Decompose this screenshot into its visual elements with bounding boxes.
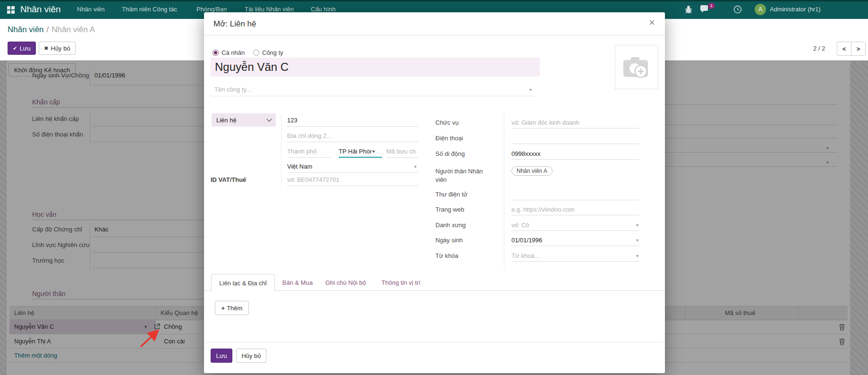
breadcrumb-current: Nhân viên A (51, 25, 95, 34)
type-individual-label: Cá nhân (221, 49, 245, 56)
chevron-down-icon[interactable]: ▾ (414, 164, 417, 169)
email-label: Thư điện tử (435, 191, 468, 198)
check-icon: ✔ (13, 45, 17, 51)
title-select[interactable]: vd: Cô ▾ (511, 219, 639, 231)
discard-button[interactable]: ✖Hủy bỏ (39, 42, 76, 55)
employee-tag[interactable]: Nhân viên A (511, 166, 553, 176)
job-placeholder: vd: Giám đốc kinh doanh (511, 119, 579, 126)
email-input[interactable] (511, 188, 639, 200)
window-top-edge (0, 0, 868, 1)
vat-label: ID VAT/Thuế (211, 176, 246, 183)
chevron-down-icon[interactable]: ▾ (636, 253, 638, 258)
apps-grid-icon[interactable] (7, 6, 15, 14)
vat-input[interactable]: vd: BE0477472701 (287, 174, 418, 186)
camera-icon (622, 55, 651, 79)
notification-badge: 1 (708, 3, 715, 9)
address-type-select[interactable]: Liên hệ (212, 113, 276, 127)
zip-placeholder: Mã bưu ch (386, 148, 416, 155)
breadcrumb-separator: / (47, 25, 49, 34)
website-placeholder: e.g. https://viindoo.com (511, 206, 575, 213)
title-placeholder: vd: Cô (511, 222, 529, 229)
type-company-label: Công ty (262, 49, 283, 56)
birthdate-label: Ngày sinh (435, 237, 463, 244)
street-input[interactable]: 123 (287, 114, 418, 127)
country-select[interactable]: Việt Nam ▾ (287, 161, 418, 173)
chevron-down-icon[interactable]: ▾ (636, 238, 638, 243)
nav-item-documents[interactable]: Tài liệu Nhân viên (245, 6, 294, 13)
chevron-down-icon[interactable]: ▾ (529, 87, 532, 92)
chevron-left-icon[interactable]: < (837, 42, 851, 56)
tags-input[interactable]: Từ khoá... ▾ (511, 250, 639, 262)
mobile-label: Số di động (435, 150, 465, 157)
phone-label: Điện thoại (435, 135, 463, 142)
app-window: Nhân viên Nhân viên Thâm niên Công tác P… (0, 0, 868, 375)
nav-item-settings[interactable]: Cấu hình (311, 6, 336, 13)
select-caret-icon (266, 116, 272, 121)
street2-placeholder: Địa chỉ dòng 2... (287, 132, 332, 139)
app-brand[interactable]: Nhân viên (20, 4, 61, 15)
modal-title: Mở: Liên hệ (213, 19, 256, 29)
title-label: Danh xưng (435, 222, 466, 229)
type-individual-option[interactable]: Cá nhân (213, 49, 245, 56)
user-menu[interactable]: Administrator (hr1) (770, 6, 821, 13)
chevron-right-icon[interactable]: > (851, 42, 866, 56)
birthdate-input[interactable]: 01/01/1996 ▾ (511, 234, 639, 246)
company-input[interactable]: Tên công ty... ▾ (211, 83, 536, 96)
city-input[interactable]: Thành phố (287, 145, 331, 158)
user-avatar[interactable]: A (755, 4, 766, 15)
job-label: Chức vụ (435, 119, 459, 126)
tab-sales-purchase[interactable]: Bán & Mua (281, 274, 314, 291)
modal-save-button[interactable]: Lưu (211, 349, 232, 363)
website-label: Trang web (435, 206, 464, 213)
add-contact-button[interactable]: +Thêm (215, 301, 249, 315)
street2-input[interactable]: Địa chỉ dòng 2... (287, 130, 418, 142)
company-placeholder: Tên công ty... (214, 86, 251, 93)
tags-label: Từ khóa (435, 252, 458, 259)
photo-upload[interactable] (615, 45, 658, 89)
tab-contacts-addresses[interactable]: Liên lạc & Địa chỉ (211, 274, 275, 292)
nav-item-departments[interactable]: Phòng/Ban (196, 6, 227, 13)
job-input[interactable]: vd: Giám đốc kinh doanh (511, 117, 639, 128)
zip-input[interactable]: Mã bưu ch (386, 145, 418, 158)
breadcrumb: Nhân viên/Nhân viên A (8, 25, 95, 34)
website-input[interactable]: e.g. https://viindoo.com (511, 204, 639, 215)
modal-discard-button[interactable]: Hủy bỏ (236, 349, 266, 363)
radio-selected-icon[interactable] (213, 50, 219, 56)
plus-icon: + (221, 305, 225, 312)
close-icon[interactable]: × (649, 18, 655, 27)
relative-employee-label: Người thân Nhân viên (435, 167, 491, 184)
city-placeholder: Thành phố (287, 148, 316, 155)
clock-icon[interactable] (733, 5, 742, 14)
radio-unselected-icon[interactable] (253, 50, 259, 56)
tags-placeholder: Từ khoá... (511, 252, 539, 259)
chevron-down-icon[interactable]: ▾ (636, 222, 638, 228)
bug-icon[interactable] (684, 5, 693, 14)
nav-item-seniority[interactable]: Thâm niên Công tác (122, 6, 177, 13)
chevron-down-icon[interactable]: ▾ (373, 149, 375, 154)
name-input[interactable]: Nguyễn Văn C (211, 58, 540, 77)
tab-internal-notes[interactable]: Ghi chú Nội bộ (323, 274, 368, 291)
contact-modal: Mở: Liên hệ × Cá nhân Công ty Nguyễn Văn… (204, 12, 665, 373)
vat-placeholder: vd: BE0477472701 (287, 176, 340, 183)
pager: < > (837, 42, 866, 56)
tab-position-info[interactable]: Thông tin vị trí (380, 274, 422, 291)
mobile-input[interactable]: 0998xxxxx (511, 148, 639, 160)
breadcrumb-parent[interactable]: Nhân viên (8, 25, 44, 34)
relative-employee-field[interactable]: Nhân viên A (511, 166, 553, 176)
phone-input[interactable] (511, 132, 639, 144)
type-company-option[interactable]: Công ty (253, 49, 283, 56)
nav-item-employees[interactable]: Nhân viên (77, 6, 105, 13)
pager-counter: 2 / 2 (813, 45, 825, 52)
x-icon: ✖ (44, 45, 48, 51)
save-button[interactable]: ✔Lưu (8, 42, 36, 55)
state-select[interactable]: TP Hải Phòr ▾ (339, 145, 382, 158)
